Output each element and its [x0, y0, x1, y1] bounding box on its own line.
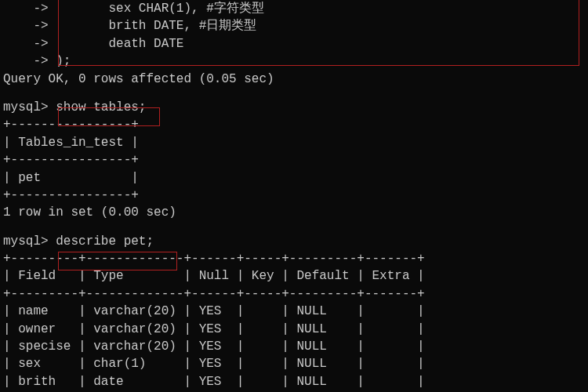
- highlight-box-create: [58, 0, 579, 66]
- command-line[interactable]: mysql> describe pet;: [3, 233, 585, 250]
- table-row: | name | varchar(20) | YES | | NULL | |: [3, 303, 585, 320]
- mysql-prompt: mysql>: [3, 234, 49, 249]
- row-count: 1 row in set (0.00 sec): [3, 204, 585, 221]
- table-row: | brith | date | YES | | NULL | |: [3, 373, 585, 390]
- mysql-prompt: mysql>: [3, 100, 49, 114]
- terminal-output: -> sex CHAR(1), #字符类型 -> brith DATE, #日期…: [3, 0, 585, 390]
- table-row: | specise | varchar(20) | YES | | NULL |…: [3, 338, 585, 355]
- table-border: +----------------+: [3, 187, 585, 204]
- query-result: Query OK, 0 rows affected (0.05 sec): [3, 71, 585, 88]
- prompt-arrow: ->: [3, 19, 49, 33]
- table-row: | owner | varchar(20) | YES | | NULL | |: [3, 321, 585, 338]
- sql-command: describe pet;: [56, 234, 154, 249]
- prompt-arrow: ->: [3, 2, 49, 16]
- highlight-box-describe: [58, 252, 177, 270]
- table-header: | Tables_in_test |: [3, 134, 585, 151]
- table-border: +----------------+: [3, 151, 585, 169]
- prompt-arrow: ->: [3, 37, 49, 51]
- table-row: | sex | char(1) | YES | | NULL | |: [3, 355, 585, 372]
- table-row: | pet |: [3, 169, 585, 187]
- prompt-arrow: ->: [3, 54, 49, 68]
- highlight-box-show-tables: [58, 107, 160, 126]
- table-border: +---------+-------------+------+-----+--…: [3, 285, 585, 303]
